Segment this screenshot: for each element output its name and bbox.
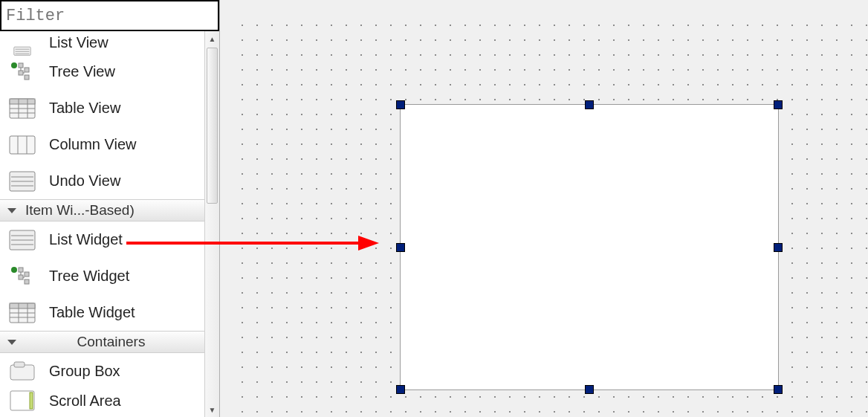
svg-rect-36 bbox=[10, 303, 35, 308]
table-view-icon bbox=[7, 95, 37, 122]
scroll-up-icon[interactable]: ▲ bbox=[205, 31, 219, 46]
svg-rect-12 bbox=[10, 99, 35, 104]
svg-rect-30 bbox=[19, 275, 23, 279]
svg-rect-42 bbox=[14, 362, 25, 367]
scroll-down-icon[interactable]: ▼ bbox=[205, 402, 219, 417]
svg-rect-32 bbox=[25, 279, 29, 284]
svg-rect-8 bbox=[25, 75, 29, 80]
scrollbar[interactable]: ▲ ▼ bbox=[204, 31, 219, 417]
filter-wrap bbox=[0, 0, 219, 31]
column-view-icon bbox=[7, 132, 37, 158]
item-group-box[interactable]: Group Box bbox=[0, 353, 204, 389]
group-label: Containers bbox=[25, 334, 197, 350]
resize-handle-s[interactable] bbox=[585, 385, 594, 394]
svg-rect-29 bbox=[19, 268, 23, 272]
tree-widget-icon bbox=[7, 263, 37, 290]
item-label: List View bbox=[49, 34, 108, 51]
item-list-widget[interactable]: List Widget bbox=[0, 222, 204, 258]
item-tree-widget[interactable]: Tree Widget bbox=[0, 258, 204, 294]
list-widget-icon bbox=[7, 227, 37, 253]
svg-rect-6 bbox=[19, 71, 23, 75]
item-label: Tree View bbox=[49, 63, 115, 80]
item-label: Column View bbox=[49, 136, 136, 153]
svg-point-4 bbox=[11, 62, 17, 68]
item-label: Table View bbox=[49, 100, 120, 117]
widget-box-sidebar: List View Tree Vie bbox=[0, 0, 220, 417]
item-label: Table Widget bbox=[49, 304, 135, 321]
form-canvas[interactable] bbox=[220, 0, 868, 417]
item-tree-view[interactable]: Tree View bbox=[0, 54, 204, 90]
table-widget-icon bbox=[7, 300, 37, 326]
group-label: Item Wi...-Based) bbox=[25, 202, 135, 219]
item-table-view[interactable]: Table View bbox=[0, 90, 204, 126]
svg-rect-7 bbox=[25, 68, 29, 72]
resize-handle-sw[interactable] bbox=[396, 385, 405, 394]
filter-input[interactable] bbox=[1, 1, 218, 30]
svg-point-28 bbox=[11, 267, 17, 273]
widget-tree: List View Tree Vie bbox=[0, 31, 219, 417]
svg-rect-31 bbox=[25, 272, 29, 277]
tree-view-icon bbox=[7, 59, 37, 85]
widget-tree-body: List View Tree Vie bbox=[0, 31, 204, 417]
svg-rect-5 bbox=[19, 63, 23, 68]
item-label: List Widget bbox=[49, 231, 123, 248]
group-containers[interactable]: Containers bbox=[0, 331, 204, 353]
undo-view-icon bbox=[7, 168, 37, 195]
item-label: Undo View bbox=[49, 172, 120, 190]
item-table-widget[interactable]: Table Widget bbox=[0, 294, 204, 331]
item-list-view[interactable]: List View bbox=[0, 31, 204, 54]
scroll-area-icon bbox=[7, 389, 37, 412]
svg-rect-44 bbox=[30, 392, 33, 409]
item-scroll-area[interactable]: Scroll Area bbox=[0, 389, 204, 412]
group-item-widgets[interactable]: Item Wi...-Based) bbox=[0, 199, 204, 222]
item-label: Scroll Area bbox=[49, 392, 121, 410]
resize-handle-e[interactable] bbox=[774, 243, 783, 252]
item-undo-view[interactable]: Undo View bbox=[0, 163, 204, 199]
chevron-down-icon bbox=[7, 208, 16, 213]
group-box-icon bbox=[7, 358, 37, 385]
scroll-thumb[interactable] bbox=[207, 48, 218, 204]
resize-handle-ne[interactable] bbox=[774, 100, 783, 109]
selected-list-widget[interactable] bbox=[400, 104, 779, 390]
svg-rect-17 bbox=[10, 136, 35, 154]
resize-handle-n[interactable] bbox=[585, 100, 594, 109]
resize-handle-nw[interactable] bbox=[396, 100, 405, 109]
item-column-view[interactable]: Column View bbox=[0, 126, 204, 163]
chevron-down-icon bbox=[7, 340, 16, 345]
list-view-icon bbox=[7, 31, 37, 56]
resize-handle-se[interactable] bbox=[774, 385, 783, 394]
resize-handle-w[interactable] bbox=[396, 243, 405, 252]
item-label: Group Box bbox=[49, 363, 120, 380]
item-label: Tree Widget bbox=[49, 268, 129, 285]
